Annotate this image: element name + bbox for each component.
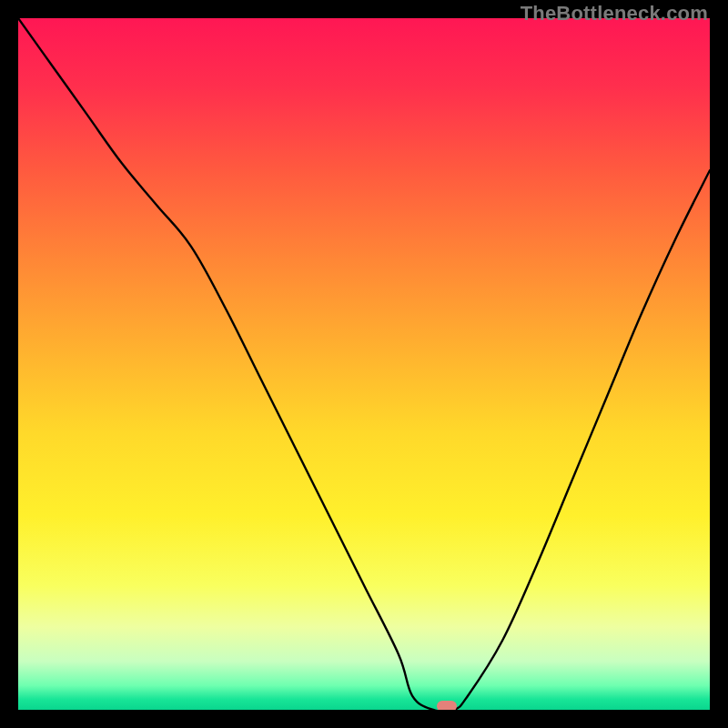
- bottleneck-curve: [18, 18, 710, 710]
- watermark-text: TheBottleneck.com: [521, 2, 708, 25]
- chart-frame: TheBottleneck.com: [0, 0, 728, 728]
- plot-area: [18, 18, 710, 710]
- optimal-marker: [437, 701, 457, 710]
